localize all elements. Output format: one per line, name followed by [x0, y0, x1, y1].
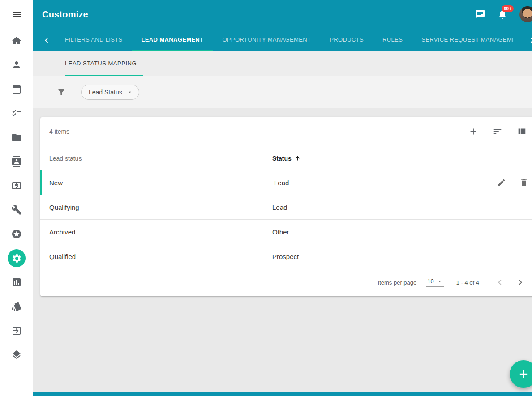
chip-label: Lead Status [89, 89, 122, 96]
tab-opportunity-management[interactable]: OPPORTUNITY MANAGEMENT [213, 29, 320, 51]
page-size-value: 10 [427, 278, 433, 285]
page-range: 1 - 4 of 4 [456, 279, 479, 286]
bottom-strip [33, 392, 532, 396]
app-root: Customize 99+ FILTERS AND LISTS LEAD MAN… [0, 0, 532, 396]
sidebar-item-exit[interactable] [0, 319, 33, 343]
dollar-icon [11, 180, 22, 191]
lead-status-card: 4 items Lead status [40, 117, 532, 296]
filter-icon [57, 88, 66, 97]
exit-icon [11, 325, 22, 336]
chevron-left-icon [42, 35, 51, 45]
layers-icon [11, 349, 22, 360]
columns-button[interactable] [517, 127, 527, 136]
filter-button[interactable] [57, 88, 66, 97]
bar-chart-icon [11, 277, 22, 288]
edit-button[interactable] [497, 178, 506, 187]
folder-icon [11, 132, 22, 143]
tags-icon [11, 301, 22, 312]
home-icon [11, 35, 22, 46]
checklist-icon [11, 108, 22, 119]
sidebar-item-settings[interactable] [0, 246, 33, 270]
tab-filters-and-lists[interactable]: FILTERS AND LISTS [56, 29, 132, 51]
tab-service-request-management[interactable]: SERVICE REQUEST MANAGEMI [412, 29, 523, 51]
items-per-page-label: Items per page [378, 279, 417, 286]
next-page-button[interactable] [515, 277, 526, 288]
row-actions [479, 178, 532, 187]
tab-products[interactable]: PRODUCTS [320, 29, 373, 51]
sidebar-item-dashboard[interactable] [0, 29, 33, 53]
pencil-icon [497, 178, 506, 187]
page-title: Customize [42, 9, 88, 20]
sidebar-item-deals[interactable] [0, 174, 33, 198]
page-size-select[interactable]: 10 [426, 278, 443, 287]
sort-button[interactable] [493, 127, 502, 136]
tabs: FILTERS AND LISTS LEAD MANAGEMENT OPPORT… [56, 29, 523, 51]
top-header: Customize 99+ [33, 0, 532, 29]
paginator: Items per page 10 1 - 4 of 4 [40, 268, 532, 296]
subtab-lead-status-mapping[interactable]: LEAD STATUS MAPPING [65, 51, 143, 76]
tab-lead-management[interactable]: LEAD MANAGEMENT [132, 29, 213, 51]
tab-rules[interactable]: RULES [373, 29, 412, 51]
columns-icon [517, 127, 527, 136]
tabs-scroll-left-button[interactable] [38, 29, 56, 51]
sidebar-item-tasks[interactable] [0, 101, 33, 125]
chevron-down-icon [437, 278, 443, 285]
chevron-right-icon [527, 35, 532, 45]
sidebar-item-stack[interactable] [0, 343, 33, 367]
notifications-button[interactable]: 99+ [497, 9, 508, 20]
cell-status: Prospect [272, 253, 479, 260]
sidebar-item-files[interactable] [0, 125, 33, 149]
chat-icon [475, 9, 485, 20]
chevron-down-icon [127, 89, 133, 95]
sidebar-item-people[interactable] [0, 53, 33, 77]
person-icon [11, 60, 22, 70]
content-area: 4 items Lead status [33, 108, 532, 396]
chevron-right-icon [515, 277, 526, 288]
lead-status-filter-chip[interactable]: Lead Status [81, 85, 139, 100]
table-header-row: Lead status Status [40, 146, 532, 170]
tabs-scroll-right-button[interactable] [523, 29, 532, 51]
cell-status: Lead [274, 179, 479, 187]
cell-lead-status: New [42, 179, 274, 187]
sort-icon [493, 127, 502, 136]
prev-page-button[interactable] [494, 277, 505, 288]
filter-bar: Lead Status [33, 76, 532, 108]
sidebar-item-tools[interactable] [0, 198, 33, 222]
table-row[interactable]: New Lead [40, 170, 532, 195]
trash-icon [519, 178, 528, 187]
gear-icon [12, 253, 22, 264]
column-header-status[interactable]: Status [272, 155, 479, 162]
items-count: 4 items [49, 128, 69, 135]
sidebar-item-calendar[interactable] [0, 77, 33, 101]
avatar[interactable] [519, 6, 532, 22]
column-header-status-label: Status [272, 155, 292, 162]
contact-card-icon [11, 156, 22, 167]
menu-button[interactable] [0, 0, 33, 29]
main-area: Customize 99+ FILTERS AND LISTS LEAD MAN… [33, 0, 532, 396]
table-row[interactable]: Qualified Prospect [40, 244, 532, 268]
plus-icon [517, 368, 530, 380]
card-toolbar: 4 items [40, 117, 532, 146]
header-actions: 99+ [475, 6, 532, 22]
tab-bar: FILTERS AND LISTS LEAD MANAGEMENT OPPORT… [33, 29, 532, 51]
chat-button[interactable] [475, 9, 485, 20]
table-row[interactable]: Archived Other [40, 219, 532, 244]
column-header-lead-status[interactable]: Lead status [40, 155, 272, 162]
sidebar-item-goals[interactable] [0, 222, 33, 246]
table-row[interactable]: Qualifying Lead [40, 195, 532, 219]
sidebar-item-tags[interactable] [0, 294, 33, 319]
plus-icon [468, 127, 478, 136]
subtab-bar: LEAD STATUS MAPPING [33, 51, 532, 76]
cell-lead-status: Qualified [40, 253, 272, 260]
settings-active-indicator [8, 249, 26, 267]
sidebar-item-contacts[interactable] [0, 149, 33, 174]
sidebar-item-insights[interactable] [0, 270, 33, 294]
cell-lead-status: Qualifying [40, 204, 272, 211]
hamburger-icon [13, 11, 21, 18]
toolbar-icons [468, 127, 527, 136]
calendar-icon [11, 84, 22, 94]
add-item-button[interactable] [468, 127, 478, 136]
delete-button[interactable] [519, 178, 528, 187]
wrench-icon [11, 204, 22, 215]
sidebar [0, 0, 33, 396]
